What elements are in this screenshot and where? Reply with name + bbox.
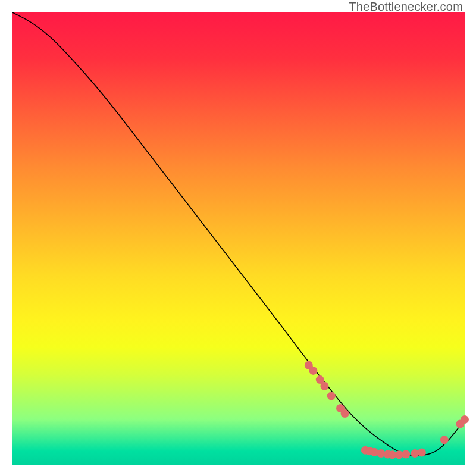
data-marker (341, 409, 349, 418)
data-marker (309, 367, 317, 375)
data-marker (327, 392, 336, 400)
data-marker (418, 449, 426, 457)
chart-container: TheBottlenecker.com (0, 0, 476, 476)
data-marker (402, 450, 410, 459)
curve-svg (12, 12, 465, 465)
data-marker (440, 436, 449, 444)
data-marker (320, 382, 328, 390)
plot-area (12, 12, 465, 465)
data-marker (461, 415, 469, 424)
bottleneck-curve (12, 12, 465, 456)
